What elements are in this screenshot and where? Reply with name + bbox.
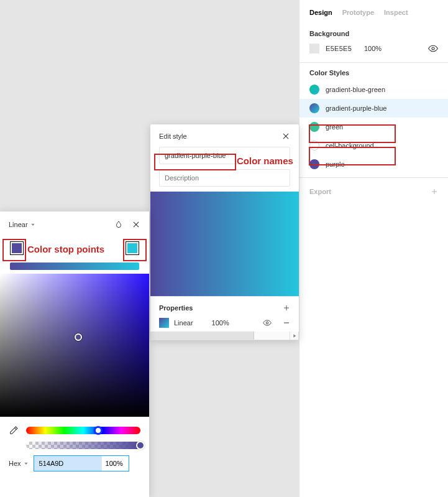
svg-point-13 (266, 322, 268, 324)
gradient-stop[interactable] (126, 241, 139, 255)
tab-design[interactable]: Design (309, 9, 332, 16)
svg-marker-16 (31, 224, 34, 226)
svg-marker-15 (293, 334, 296, 337)
hue-slider[interactable] (26, 427, 140, 434)
svg-marker-19 (24, 463, 27, 465)
plus-icon[interactable] (431, 188, 438, 195)
export-title: Export (309, 188, 331, 195)
color-style-swatch (309, 159, 319, 169)
color-style-label: purple (326, 160, 345, 168)
minus-icon[interactable] (283, 319, 290, 327)
alpha-slider[interactable] (26, 442, 140, 449)
color-styles-title: Color Styles (299, 69, 448, 80)
picker-header: Linear (0, 211, 149, 235)
fill-opacity[interactable]: 100% (212, 319, 229, 327)
background-hex[interactable]: E5E5E5 (326, 45, 355, 52)
close-icon[interactable] (281, 132, 290, 141)
horizontal-scrollbar[interactable] (150, 332, 299, 340)
color-style-row[interactable]: purple (299, 155, 448, 174)
tab-prototype[interactable]: Prototype (342, 9, 374, 16)
export-section[interactable]: Export (299, 178, 448, 205)
plus-icon[interactable] (283, 304, 290, 312)
hue-handle[interactable] (94, 426, 103, 435)
picker-sliders (0, 417, 149, 449)
edit-style-dialog: Edit style Properties Linear 100% (150, 124, 299, 340)
gradient-stop[interactable] (10, 241, 24, 255)
color-style-label: gradient-blue-green (326, 86, 385, 93)
color-style-row[interactable]: gradient-purple-blue (299, 99, 448, 118)
inspector-tabs: Design Prototype Inspect (299, 0, 448, 24)
opacity-input[interactable] (101, 456, 129, 471)
color-mode-label: Hex (9, 460, 21, 467)
edit-style-title: Edit style (159, 132, 187, 140)
visibility-toggle-icon[interactable] (428, 44, 438, 53)
color-style-row[interactable]: cell-background (299, 136, 448, 155)
color-style-row[interactable]: gradient-blue-green (299, 80, 448, 99)
hex-input-group (34, 455, 129, 471)
visibility-toggle-icon[interactable] (263, 318, 272, 327)
color-mode-selector[interactable]: Hex (9, 460, 29, 467)
hex-row: Hex (0, 455, 149, 480)
background-row[interactable]: E5E5E5 100% (309, 44, 438, 53)
background-section: Background E5E5E5 100% (299, 24, 448, 63)
color-style-label: green (326, 123, 343, 131)
background-title: Background (309, 30, 438, 37)
sv-cursor[interactable] (75, 333, 82, 341)
chevron-down-icon (24, 461, 29, 466)
scrollbar-thumb[interactable] (151, 332, 254, 340)
gradient-preview-bar[interactable] (10, 262, 139, 270)
close-icon[interactable] (132, 220, 140, 229)
edit-style-header: Edit style (150, 124, 299, 147)
color-picker-panel: Linear (0, 211, 149, 497)
background-swatch[interactable] (309, 44, 319, 53)
edit-style-body (150, 147, 299, 187)
style-gradient-preview (150, 192, 299, 296)
color-style-swatch (309, 85, 319, 95)
properties-title: Properties (159, 304, 193, 312)
scrollbar-right-arrow-icon[interactable] (290, 332, 298, 340)
gradient-stops-row (0, 235, 149, 261)
saturation-value-field[interactable] (0, 274, 149, 417)
color-style-swatch (309, 103, 319, 113)
background-opacity[interactable]: 100% (364, 45, 389, 52)
fill-property-row[interactable]: Linear 100% (159, 318, 290, 328)
fill-type-label: Linear (9, 221, 28, 228)
color-style-swatch (309, 141, 319, 151)
blend-mode-icon[interactable] (114, 220, 123, 229)
gradient-swatch[interactable] (159, 318, 169, 328)
eyedropper-icon[interactable] (9, 425, 19, 435)
color-style-row[interactable]: green (299, 118, 448, 136)
svg-point-0 (432, 47, 434, 50)
fill-type-label: Linear (174, 319, 193, 327)
alpha-handle[interactable] (136, 441, 145, 450)
color-style-label: cell-background (326, 142, 374, 149)
color-style-label: gradient-purple-blue (326, 105, 386, 112)
hex-input[interactable] (34, 456, 101, 471)
style-name-input[interactable] (159, 147, 290, 164)
properties-section: Properties Linear 100% (150, 296, 299, 332)
tab-inspect[interactable]: Inspect (384, 9, 408, 16)
color-style-swatch (309, 122, 319, 132)
inspector-panel: Design Prototype Inspect Background E5E5… (299, 0, 448, 497)
chevron-down-icon (30, 222, 35, 227)
color-styles-section: Color Styles gradient-blue-green gradien… (299, 63, 448, 178)
style-description-input[interactable] (159, 169, 290, 187)
fill-type-selector[interactable]: Linear (9, 221, 35, 228)
